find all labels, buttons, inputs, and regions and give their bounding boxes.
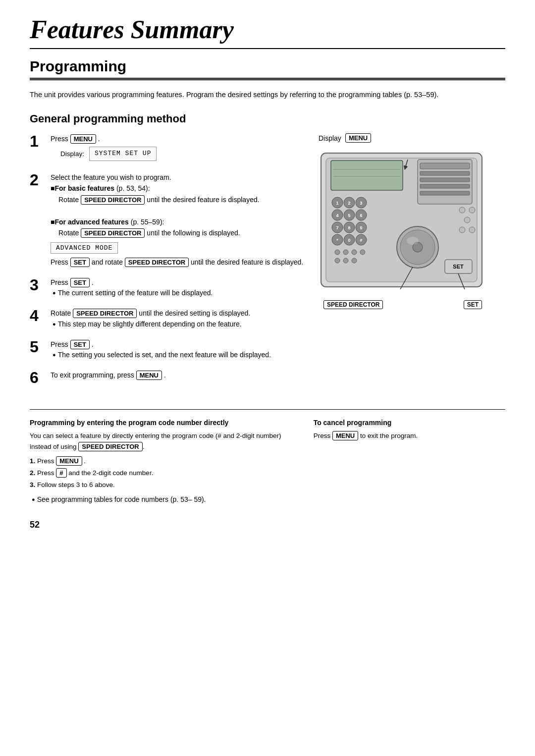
step-3: 3 Press SET . The current setting of the… xyxy=(30,277,304,299)
diagram-labels: SPEED DIRECTOR SET xyxy=(319,300,487,309)
svg-rect-6 xyxy=(420,163,470,169)
bottom-right: To cancel programming Press MENU to exit… xyxy=(314,419,505,505)
speed-director-kbd-2a: SPEED DIRECTOR xyxy=(81,195,145,205)
menu-kbd-6: MENU xyxy=(136,371,162,380)
step-4-number: 4 xyxy=(30,308,46,324)
bottom-right-text: Press MENU to exit the program. xyxy=(314,431,505,441)
speed-director-kbd-2b: SPEED DIRECTOR xyxy=(81,228,145,238)
display-menu-label: Display MENU xyxy=(319,133,371,143)
svg-text:4: 4 xyxy=(336,213,338,218)
step-1: 1 Press MENU . Display: SYSTEM SET UP xyxy=(30,133,304,163)
svg-rect-10 xyxy=(420,191,470,195)
step-2-set-text: Press SET and rotate SPEED DIRECTOR unti… xyxy=(51,258,303,266)
step-1-text: Press MENU . xyxy=(51,135,100,143)
section-title: Programming xyxy=(30,58,505,80)
svg-point-43 xyxy=(360,250,365,255)
step-6: 6 To exit programming, press MENU . xyxy=(30,370,304,385)
svg-text:0: 0 xyxy=(348,238,350,243)
set-kbd-5: SET xyxy=(70,340,90,349)
bottom-left-heading: Programming by entering the program code… xyxy=(30,419,294,427)
svg-point-40 xyxy=(335,250,340,255)
page-title: Features Summary xyxy=(30,15,505,49)
bottom-left-intro: You can select a feature by directly ent… xyxy=(30,431,294,452)
step-2-advanced-text: Rotate SPEED DIRECTOR until the followin… xyxy=(58,229,240,237)
bottom-steps-list: 1. Press MENU . 2. Press # and the 2-dig… xyxy=(30,456,294,490)
subsection-title: General programming method xyxy=(30,112,505,125)
step-3-bullet: The current setting of the feature will … xyxy=(53,288,304,299)
bottom-left: Programming by entering the program code… xyxy=(30,419,294,505)
step-2-number: 2 xyxy=(30,172,46,188)
svg-text:*: * xyxy=(336,238,338,243)
display-label-1: Display: xyxy=(60,149,84,160)
device-svg: 1 2 3 4 5 6 7 8 xyxy=(319,151,487,297)
bottom-section: Programming by entering the program code… xyxy=(30,409,505,505)
set-kbd-2: SET xyxy=(70,258,90,267)
svg-text:3: 3 xyxy=(360,201,362,206)
speed-director-kbd-4: SPEED DIRECTOR xyxy=(73,309,137,318)
svg-text:SET: SET xyxy=(453,264,464,270)
svg-text:2: 2 xyxy=(348,201,350,206)
svg-text:7: 7 xyxy=(336,225,338,230)
step-3-number: 3 xyxy=(30,277,46,293)
advanced-mode-display: ADVANCED MODE xyxy=(51,242,118,254)
step-4-text: Rotate SPEED DIRECTOR until the desired … xyxy=(51,309,250,317)
svg-point-44 xyxy=(335,258,340,263)
svg-point-41 xyxy=(343,250,348,255)
display-word: Display xyxy=(319,134,341,142)
set-kbd-3: SET xyxy=(70,278,90,287)
speed-director-kbd-2c: SPEED DIRECTOR xyxy=(125,258,189,267)
svg-rect-9 xyxy=(420,184,470,188)
intro-text: The unit provides various programming fe… xyxy=(30,89,505,101)
bottom-note: See programming tables for code numbers … xyxy=(32,494,294,505)
svg-point-42 xyxy=(352,250,357,255)
svg-text:9: 9 xyxy=(360,225,362,230)
step-6-content: To exit programming, press MENU . xyxy=(51,370,304,381)
svg-rect-8 xyxy=(420,178,470,182)
svg-point-13 xyxy=(464,217,470,223)
step-2-content: Select the feature you wish to program. … xyxy=(51,172,304,268)
step-1-number: 1 xyxy=(30,133,46,149)
bottom-step-3: 3. Follow steps 3 to 6 above. xyxy=(30,480,294,490)
step-5-text: Press SET . xyxy=(51,340,94,348)
svg-point-15 xyxy=(469,227,475,233)
step-2-basic-label: ■For basic features (p. 53, 54): xyxy=(51,184,150,192)
svg-point-46 xyxy=(352,258,357,263)
step-2-advanced-label: ■For advanced features (p. 55–59): xyxy=(51,218,164,226)
menu-kbd-diagram: MENU xyxy=(345,133,371,143)
set-label: SET xyxy=(464,300,482,309)
step-4-content: Rotate SPEED DIRECTOR until the desired … xyxy=(51,308,304,329)
step-6-number: 6 xyxy=(30,370,46,385)
step-2: 2 Select the feature you wish to program… xyxy=(30,172,304,268)
steps-column: 1 Press MENU . Display: SYSTEM SET UP 2 … xyxy=(30,133,304,394)
svg-point-11 xyxy=(459,207,465,213)
svg-point-14 xyxy=(459,227,465,233)
step-5-content: Press SET . The setting you selected is … xyxy=(51,339,304,361)
step-2-basic-text: Rotate SPEED DIRECTOR until the desired … xyxy=(58,196,260,204)
svg-point-50 xyxy=(407,237,419,245)
svg-point-45 xyxy=(343,258,348,263)
step-5: 5 Press SET . The setting you selected i… xyxy=(30,339,304,361)
step-6-text: To exit programming, press MENU . xyxy=(51,371,166,379)
bottom-step-2: 2. Press # and the 2-digit code number. xyxy=(30,468,294,479)
system-set-up-display: SYSTEM SET UP xyxy=(89,147,157,161)
svg-text:1: 1 xyxy=(336,201,338,206)
step-5-bullet: The setting you selected is set, and the… xyxy=(53,350,304,361)
svg-text:5: 5 xyxy=(348,213,350,218)
speed-director-label: SPEED DIRECTOR xyxy=(323,300,383,309)
step-2-intro: Select the feature you wish to program. xyxy=(51,173,171,181)
step-4: 4 Rotate SPEED DIRECTOR until the desire… xyxy=(30,308,304,329)
step-4-bullet: This step may be slightly different depe… xyxy=(53,319,304,330)
svg-point-12 xyxy=(469,207,475,213)
hash-kbd-bottom: # xyxy=(56,468,66,478)
svg-text:8: 8 xyxy=(348,225,350,230)
menu-kbd-cancel: MENU xyxy=(332,431,358,440)
svg-rect-2 xyxy=(331,161,403,190)
svg-rect-7 xyxy=(420,171,470,175)
diagram-column: Display MENU xyxy=(319,133,505,394)
svg-text:#: # xyxy=(360,238,362,243)
device-diagram: 1 2 3 4 5 6 7 8 xyxy=(319,151,487,298)
bottom-step-1: 1. Press MENU . xyxy=(30,456,294,467)
step-1-content: Press MENU . Display: SYSTEM SET UP xyxy=(51,133,304,163)
page-number: 52 xyxy=(30,520,505,530)
step-3-text: Press SET . xyxy=(51,278,94,286)
